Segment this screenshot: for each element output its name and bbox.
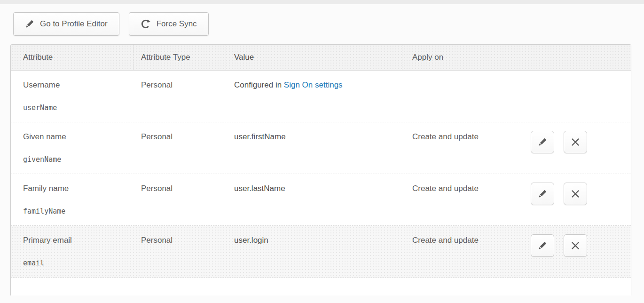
remove-attribute-button[interactable]: [564, 234, 587, 257]
sign-on-settings-link[interactable]: Sign On settings: [284, 80, 343, 89]
actions-cell: [522, 174, 631, 225]
attribute-variable-name: userName: [23, 104, 134, 112]
attribute-label: Username: [23, 80, 134, 90]
force-sync-label: Force Sync: [157, 19, 197, 29]
attribute-cell: Primary email email: [11, 226, 134, 277]
refresh-icon: [141, 19, 151, 29]
apply-on-cell: Create and update: [402, 226, 522, 277]
attribute-type-cell: Personal: [134, 122, 226, 174]
remove-attribute-button[interactable]: [564, 131, 587, 153]
apply-on-cell: [402, 71, 522, 122]
table-row-given-name: Given name givenName Personal user.first…: [11, 122, 631, 174]
attribute-mapping-table: Attribute Attribute Type Value Apply on …: [10, 44, 631, 295]
go-to-profile-editor-button[interactable]: Go to Profile Editor: [13, 12, 119, 36]
value-text: Configured in: [234, 80, 284, 89]
attribute-cell: Given name givenName: [11, 122, 134, 174]
attribute-cell: Family name familyName: [11, 174, 134, 225]
value-cell: user.firstName: [226, 122, 402, 174]
attribute-variable-name: givenName: [23, 155, 134, 164]
remove-attribute-button[interactable]: [564, 183, 587, 205]
value-cell: user.login: [226, 226, 402, 277]
column-header-attribute: Attribute: [11, 45, 134, 70]
attribute-type-cell: Personal: [134, 174, 226, 225]
top-strip: [0, 0, 644, 4]
value-cell: user.lastName: [226, 174, 402, 225]
x-icon: [571, 189, 580, 199]
actions-cell: [522, 226, 631, 277]
x-icon: [571, 137, 580, 147]
force-sync-button[interactable]: Force Sync: [129, 12, 209, 36]
table-header: Attribute Attribute Type Value Apply on: [11, 45, 631, 71]
attribute-cell: Username userName: [11, 71, 134, 122]
table-row-empty: [11, 278, 631, 295]
table-row-username: Username userName Personal Configured in…: [11, 71, 631, 122]
actions-cell: [522, 71, 631, 122]
table-row-family-name: Family name familyName Personal user.las…: [11, 174, 631, 226]
edit-attribute-button[interactable]: [531, 131, 554, 153]
column-header-apply-on: Apply on: [402, 45, 522, 70]
attribute-type-cell: Personal: [134, 226, 226, 277]
attribute-variable-name: email: [23, 259, 134, 267]
attribute-variable-name: familyName: [23, 207, 134, 215]
go-to-profile-editor-label: Go to Profile Editor: [40, 19, 108, 29]
edit-attribute-button[interactable]: [531, 234, 554, 257]
apply-on-cell: Create and update: [402, 122, 522, 174]
edit-attribute-button[interactable]: [531, 183, 554, 205]
column-header-actions: [522, 45, 631, 70]
pencil-icon: [25, 19, 34, 29]
column-header-attribute-type: Attribute Type: [134, 45, 226, 70]
pencil-icon: [538, 241, 547, 250]
attribute-label: Family name: [23, 184, 134, 193]
attribute-type-cell: Personal: [134, 71, 226, 122]
x-icon: [571, 241, 580, 250]
attribute-label: Given name: [23, 132, 134, 142]
actions-cell: [522, 122, 631, 174]
pencil-icon: [538, 137, 547, 147]
value-cell: Configured in Sign On settings: [226, 71, 402, 122]
table-row-primary-email: Primary email email Personal user.login …: [11, 226, 631, 278]
apply-on-cell: Create and update: [402, 174, 522, 225]
column-header-value: Value: [226, 45, 402, 70]
attribute-label: Primary email: [23, 236, 134, 245]
toolbar: Go to Profile Editor Force Sync: [13, 12, 644, 36]
pencil-icon: [538, 189, 547, 199]
